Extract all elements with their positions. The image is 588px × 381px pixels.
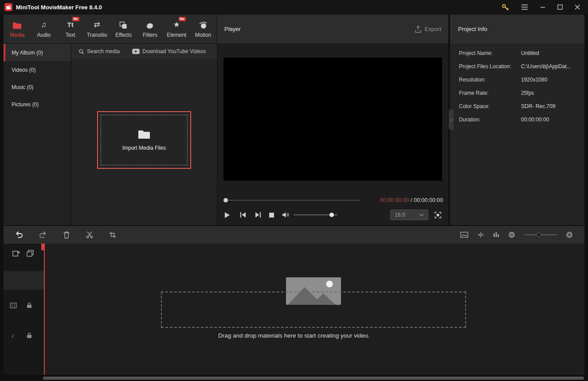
ribbon-tab-bar: Media ♫ Audio Tt Ne Text ⇄ Transitio Eff… <box>4 15 217 43</box>
redo-button[interactable] <box>39 231 47 238</box>
audio-note-icon: ♫ <box>41 20 47 29</box>
tab-transition[interactable]: ⇄ Transitio <box>84 15 110 43</box>
export-button[interactable]: Export <box>415 26 441 33</box>
timeline-toolbar <box>4 226 584 244</box>
project-info-header: Project Info <box>450 15 584 43</box>
element-star-icon: ★ Ne <box>173 20 180 29</box>
color-space-value: SDR- Rec.709 <box>521 103 555 109</box>
duplicate-track-icon[interactable] <box>27 250 34 257</box>
drop-hint-text: Drag and drop materials here to start cr… <box>4 332 584 339</box>
project-info-row: Duration: 00:00:00:00 <box>459 113 584 126</box>
tab-transition-label: Transitio <box>87 32 107 38</box>
track-manager-icon[interactable] <box>460 232 468 238</box>
tab-filters-label: Filters <box>143 32 157 38</box>
seek-handle[interactable] <box>223 198 228 202</box>
timeline-zoom-slider[interactable] <box>524 232 557 237</box>
license-key-icon[interactable] <box>502 4 509 11</box>
sidebar-item-pictures[interactable]: Pictures (0) <box>4 96 71 113</box>
sidebar-item-videos[interactable]: Videos (0) <box>4 61 71 78</box>
tab-effects-label: Effects <box>115 32 131 38</box>
project-info-row: Frame Rate: 25fps <box>459 86 584 100</box>
sidebar-item-my-album[interactable]: My Album (0) <box>4 44 71 61</box>
chevron-right-icon: › <box>451 117 452 122</box>
resolution-label: Resolution: <box>459 77 521 83</box>
sidebar-item-label: Pictures (0) <box>12 101 39 108</box>
play-button[interactable] <box>224 212 230 218</box>
tab-media-label: Media <box>10 32 25 38</box>
maximize-button[interactable] <box>557 4 563 10</box>
project-info-title: Project Info <box>458 26 487 32</box>
aspect-ratio-select[interactable]: 16:9 <box>390 210 428 220</box>
transition-icon: ⇄ <box>94 20 100 29</box>
frame-rate-label: Frame Rate: <box>459 90 521 96</box>
youtube-icon <box>132 49 140 54</box>
split-scissors-button[interactable] <box>86 231 93 238</box>
timeline-panel[interactable]: ♪ Drag and drop materials here to start … <box>4 244 584 375</box>
aspect-ratio-value: 16:9 <box>395 212 405 218</box>
duration-value: 00:00:00:00 <box>521 117 549 123</box>
player-header: Player Export <box>217 15 448 43</box>
search-media-button[interactable]: Search media <box>78 48 120 54</box>
titlebar-controls <box>502 4 584 11</box>
main-track-band <box>4 271 44 290</box>
current-time: 00:00:00:00 <box>380 197 409 203</box>
tab-media[interactable]: Media <box>4 15 31 43</box>
search-icon <box>78 49 84 54</box>
transport-controls: 16:9 <box>217 208 448 222</box>
undo-button[interactable] <box>15 231 23 238</box>
tab-effects[interactable]: Effects <box>110 15 137 43</box>
media-sidebar: My Album (0) Videos (0) Music (0) Pictur… <box>4 44 71 225</box>
effects-icon <box>119 20 127 29</box>
next-frame-button[interactable] <box>255 212 261 218</box>
previous-frame-button[interactable] <box>240 212 246 218</box>
timeline-dropzone[interactable] <box>161 292 466 328</box>
media-panel-toolbar: Search media Download YouTube Videos <box>71 44 217 59</box>
tab-text-label: Text <box>66 32 75 38</box>
video-preview[interactable] <box>223 58 442 181</box>
import-media-dropzone[interactable]: Import Media Files <box>97 111 191 169</box>
close-button[interactable] <box>575 4 580 10</box>
tab-motion[interactable]: Motion <box>190 15 216 43</box>
audio-meter-icon[interactable] <box>493 232 499 238</box>
tab-filters[interactable]: Filters <box>137 15 163 43</box>
video-track-lock-icon[interactable] <box>27 302 32 308</box>
frame-rate-value: 25fps <box>521 90 534 96</box>
volume-handle[interactable] <box>329 213 334 217</box>
title-bar: MiniTool MovieMaker Free 8.4.0 <box>0 0 588 14</box>
collapse-panel-button[interactable]: › <box>449 109 454 130</box>
horizontal-scrollbar[interactable] <box>43 377 584 380</box>
minimize-button[interactable] <box>540 4 545 10</box>
tab-element[interactable]: ★ Ne Element <box>163 15 190 43</box>
tab-audio[interactable]: ♫ Audio <box>31 15 57 43</box>
zoom-handle[interactable] <box>537 233 541 237</box>
project-name-value: Untitled <box>521 50 539 56</box>
tab-text[interactable]: Tt Ne Text <box>57 15 84 43</box>
app-window: MiniTool MovieMaker Free 8.4.0 <box>0 0 588 381</box>
seek-track[interactable] <box>227 200 360 201</box>
volume-icon[interactable] <box>282 212 290 218</box>
menu-icon[interactable] <box>521 4 528 10</box>
snap-icon[interactable] <box>477 232 484 238</box>
export-icon <box>415 26 421 33</box>
project-info-panel: Project Name: Untitled Project Files Loc… <box>450 43 584 225</box>
add-clip-icon[interactable] <box>12 250 20 257</box>
files-location-label: Project Files Location: <box>459 63 521 70</box>
sidebar-item-music[interactable]: Music (0) <box>4 78 71 96</box>
sidebar-item-label: Music (0) <box>12 84 33 90</box>
delete-button[interactable] <box>63 231 70 239</box>
filters-icon <box>146 20 154 29</box>
volume-slider[interactable] <box>294 212 337 218</box>
import-media-inner: Import Media Files <box>101 115 188 165</box>
download-youtube-button[interactable]: Download YouTube Videos <box>132 48 206 54</box>
stop-button[interactable] <box>269 213 274 218</box>
zoom-in-button[interactable] <box>566 231 573 238</box>
playhead-line[interactable] <box>44 244 45 375</box>
crop-button[interactable] <box>109 231 116 238</box>
zoom-out-button[interactable] <box>508 231 515 238</box>
sidebar-item-label: My Album (0) <box>12 50 43 56</box>
fullscreen-button[interactable] <box>435 212 441 218</box>
total-time: 00:00:00:00 <box>414 197 443 203</box>
new-badge: Ne <box>179 17 186 22</box>
download-youtube-label: Download YouTube Videos <box>142 48 206 54</box>
files-location-value: C:\Users\bj\AppDat... <box>521 63 571 70</box>
